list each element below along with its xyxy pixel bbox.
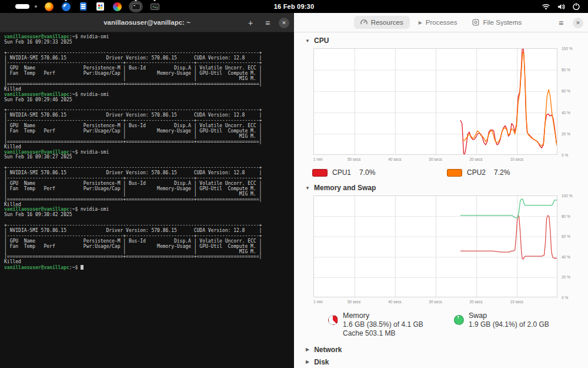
memory-pie-icon <box>328 315 338 325</box>
tab-resources-label: Resources <box>371 19 403 26</box>
cpu-legend-label: CPU2 <box>467 168 486 177</box>
y-axis-tick: 60 % <box>562 89 570 93</box>
chevron-right-icon[interactable]: ▶ <box>306 359 309 364</box>
terminal-line: Sun Feb 16 09:29:46 2025 <box>4 98 294 103</box>
system-monitor-headerbar[interactable]: Resources ▶ Processes File Systems ≡ ✕ <box>294 13 588 32</box>
monitor-menu-button[interactable]: ≡ <box>555 17 567 29</box>
terminal-line: Sun Feb 16 09:30:42 2025 <box>4 213 294 218</box>
y-axis-tick: 80 % <box>562 214 570 218</box>
y-axis-tick: 20 % <box>562 132 570 136</box>
wifi-icon <box>542 4 550 10</box>
network-section-header[interactable]: ▶ Network <box>294 345 588 354</box>
disk-section-header[interactable]: ▶ Disk <box>294 357 588 366</box>
terminal-line: vanillaosuser@vanillapc:~$ <box>4 265 294 270</box>
chevron-down-icon[interactable]: ▼ <box>305 185 310 191</box>
swap-pie-icon <box>454 315 464 325</box>
play-icon: ▶ <box>419 20 422 25</box>
cpu-legend: CPU17.0%CPU27.2% <box>294 168 588 177</box>
memory-legend-title: Memory <box>343 311 423 320</box>
terminal-menu-button[interactable]: ≡ <box>262 17 273 29</box>
volume-icon <box>557 4 565 10</box>
system-monitor-window: Resources ▶ Processes File Systems ≡ ✕ ▼… <box>294 13 588 368</box>
tab-processes-label: Processes <box>426 19 457 26</box>
y-axis-tick: 100 % <box>562 47 572 51</box>
top-bar: 16 Feb 09:30 <box>0 0 588 13</box>
terminal-line: |=======================================… <box>4 82 294 87</box>
terminal-window: vanillaosuser@vanillapc: ~ + ≡ ✕ vanilla… <box>0 13 294 368</box>
x-axis-tick: 50 secs <box>348 157 360 161</box>
swap-usage-value: 1.9 GB (94.1%) of 2.0 GB <box>469 320 549 329</box>
disk-icon <box>472 19 479 26</box>
memory-swap-chart: 100 %80 %60 %40 %20 %0 %1 min50 secs40 s… <box>294 195 588 306</box>
x-axis-tick: 10 secs <box>510 300 523 304</box>
x-axis-tick: 1 min <box>313 157 323 161</box>
x-axis-tick: 50 secs <box>348 300 360 304</box>
y-axis-tick: 40 % <box>562 255 570 259</box>
swap-legend-item: Swap 1.9 GB (94.1%) of 2.0 GB <box>454 311 580 337</box>
memory-section-title: Memory and Swap <box>314 184 376 192</box>
cpu2-series-line <box>463 52 557 147</box>
cpu-legend-label: CPU1 <box>332 168 351 177</box>
cpu1-series-line <box>460 49 557 155</box>
tab-resources[interactable]: Resources <box>354 16 410 29</box>
swap-series-line <box>460 199 557 218</box>
terminal-line: |=======================================… <box>4 140 294 145</box>
cpu1-color-swatch <box>312 169 328 177</box>
memory-series-line <box>460 216 557 259</box>
terminal-line: Sun Feb 16 09:30:27 2025 <box>4 155 294 160</box>
x-axis-tick: 1 min <box>313 300 323 304</box>
memory-usage-value: 1.6 GB (38.5%) of 4.1 GB <box>343 320 423 329</box>
network-section-title: Network <box>314 346 342 354</box>
status-area[interactable] <box>542 0 580 13</box>
y-axis-tick: 20 % <box>562 275 570 279</box>
memory-cache-value: Cache 503.1 MB <box>343 329 423 337</box>
terminal-line: Sun Feb 16 09:29:33 2025 <box>4 40 294 45</box>
cpu-chart: 100 %80 %60 %40 %20 %0 %1 min50 secs40 s… <box>294 48 588 164</box>
cpu2-legend-item[interactable]: CPU27.2% <box>447 168 582 177</box>
cpu2-color-swatch <box>447 169 462 177</box>
y-axis-tick: 40 % <box>562 111 570 115</box>
swap-legend-title: Swap <box>469 311 549 320</box>
cpu-section-title: CPU <box>314 37 329 45</box>
terminal-title: vanillaosuser@vanillapc: ~ <box>103 19 191 26</box>
tab-file-systems-label: File Systems <box>483 19 522 26</box>
monitor-close-button[interactable]: ✕ <box>573 18 583 28</box>
cpu-legend-value: 7.0% <box>359 168 375 177</box>
tab-processes[interactable]: ▶ Processes <box>412 16 464 29</box>
chevron-right-icon[interactable]: ▶ <box>306 347 309 352</box>
power-icon <box>573 3 580 10</box>
cpu1-legend-item[interactable]: CPU17.0% <box>312 168 447 177</box>
terminal-titlebar[interactable]: vanillaosuser@vanillapc: ~ + ≡ ✕ <box>0 13 294 32</box>
y-axis-tick: 0 % <box>562 296 568 300</box>
x-axis-tick: 40 secs <box>388 300 401 304</box>
cpu-section-header[interactable]: ▼ CPU <box>294 36 588 45</box>
tab-file-systems[interactable]: File Systems <box>466 16 528 29</box>
chevron-down-icon[interactable]: ▼ <box>305 38 310 44</box>
clock[interactable]: 16 Feb 09:30 <box>0 3 588 10</box>
terminal-line: |=======================================… <box>4 254 294 260</box>
memory-legend-item: Memory 1.6 GB (38.5%) of 4.1 GB Cache 50… <box>328 311 454 337</box>
terminal-close-button[interactable]: ✕ <box>279 18 289 28</box>
terminal-line: |=======================================… <box>4 197 294 203</box>
y-axis-tick: 60 % <box>562 234 570 238</box>
x-axis-tick: 30 secs <box>429 300 442 304</box>
x-axis-tick: 30 secs <box>429 157 442 161</box>
disk-section-title: Disk <box>314 358 329 366</box>
y-axis-tick: 80 % <box>562 68 570 72</box>
memory-swap-legend: Memory 1.6 GB (38.5%) of 4.1 GB Cache 50… <box>294 311 588 337</box>
new-tab-button[interactable]: + <box>245 17 256 29</box>
x-axis-tick: 40 secs <box>388 157 401 161</box>
memory-section-header[interactable]: ▼ Memory and Swap <box>294 183 588 193</box>
x-axis-tick: 20 secs <box>469 300 482 304</box>
x-axis-tick: 20 secs <box>469 157 482 161</box>
terminal-line: Killed <box>4 260 294 265</box>
terminal-output[interactable]: vanillaosuser@vanillapc:~$ nvidia-smiSun… <box>0 32 294 270</box>
cpu-legend-value: 7.2% <box>494 168 510 177</box>
y-axis-tick: 100 % <box>562 194 572 198</box>
y-axis-tick: 0 % <box>562 153 568 157</box>
gauge-icon <box>360 19 368 26</box>
x-axis-tick: 10 secs <box>510 157 523 161</box>
terminal-cursor <box>81 265 83 270</box>
